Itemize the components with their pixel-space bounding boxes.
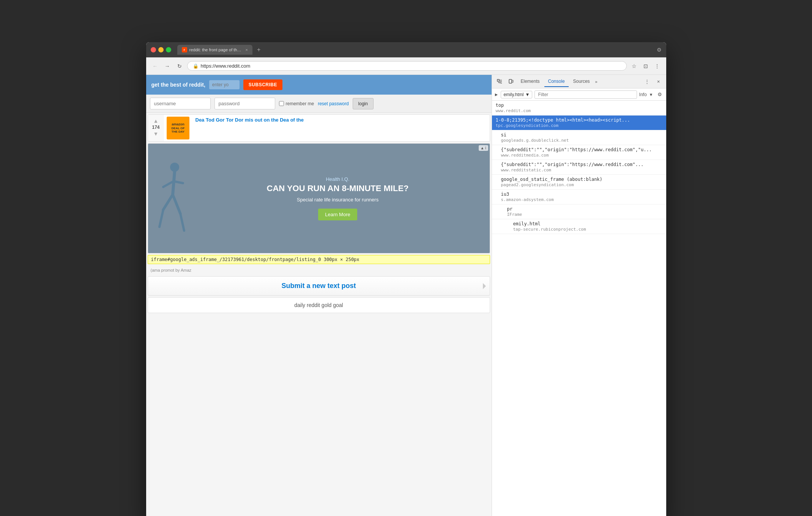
ad-body: Special rate life insurance for runners — [267, 196, 409, 203]
svg-line-2 — [163, 195, 173, 210]
item-sub-pr: IFrame — [507, 212, 662, 217]
item-main-emily: emily.html — [513, 221, 662, 226]
devtools-toolbar: Elements Console Sources » ⋮ × — [492, 75, 666, 89]
devtools-menu-icon[interactable]: ⚙ — [657, 47, 662, 53]
tab-elements[interactable]: Elements — [517, 76, 544, 87]
reset-password-link[interactable]: reset password — [318, 101, 348, 106]
item-sub-text: www.reddit.com — [496, 108, 662, 113]
console-item-emily[interactable]: emily.html tap-secure.rubiconproject.com — [492, 219, 666, 234]
devtools-settings-dots[interactable]: ⋮ — [642, 76, 653, 87]
console-item-iu3[interactable]: iu3 s.amazon-adsystem.com — [492, 190, 666, 204]
thumb-line2: DEAL OF — [172, 127, 185, 130]
console-item-google-osd[interactable]: google_osd_static_frame (about:blank) pa… — [492, 175, 666, 190]
tab-bar: r reddit: the front page of the in × + ⚙ — [177, 45, 662, 55]
iframe-highlight-bar: iframe#google_ads_iframe_/32173961/deskt… — [148, 255, 490, 264]
downvote-icon[interactable]: ▼ — [153, 131, 159, 137]
console-item-selected[interactable]: 1-0-8;21395;<!doctype html><html><head><… — [492, 116, 666, 130]
console-item-top[interactable]: top www.reddit.com — [492, 101, 666, 116]
info-chevron-icon: ▼ — [649, 92, 653, 97]
topbar-text: get the best of reddit, — [151, 82, 205, 88]
item-main-redditmedia: {"subreddit":"","origin":"https://www.re… — [501, 147, 662, 152]
console-filter-bar: ► emily.html ▼ Info ▼ ⚙ — [492, 89, 666, 101]
console-item-si[interactable]: si googleads.g.doubleclick.net — [492, 130, 666, 145]
title-bar: r reddit: the front page of the in × + ⚙ — [146, 42, 666, 57]
login-button[interactable]: login — [353, 98, 374, 109]
bookmark-star-icon[interactable]: ☆ — [630, 62, 639, 71]
svg-line-4 — [173, 195, 180, 214]
tab-close-button[interactable]: × — [246, 47, 248, 52]
ad-content: Health I.Q. CAN YOU RUN AN 8-MINUTE MILE… — [259, 169, 416, 228]
reddit-page: get the best of reddit, SUBSCRIBE rememb… — [146, 75, 492, 516]
ad-learn-button[interactable]: Learn More — [318, 209, 357, 220]
subscribe-button[interactable]: SUBSCRIBE — [243, 79, 282, 90]
minimize-traffic-light[interactable] — [158, 47, 164, 52]
ad-runner-image — [148, 144, 194, 253]
ad-logo: Health I.Q. — [267, 176, 409, 182]
item-sub-si: googleads.g.doubleclick.net — [501, 138, 662, 143]
ad-banner: ▲ i — [148, 143, 490, 253]
more-tabs-button[interactable]: » — [595, 79, 598, 84]
device-toolbar-button[interactable] — [506, 76, 516, 87]
address-text: https://www.reddit.com — [201, 63, 251, 69]
item-main-iu3: iu3 — [501, 192, 662, 197]
thumb-line3: THE DAY — [172, 130, 185, 134]
console-item-redditmedia[interactable]: {"subreddit":"","origin":"https://www.re… — [492, 145, 666, 160]
inspect-element-button[interactable] — [494, 76, 505, 87]
item-sub-iu3: s.amazon-adsystem.com — [501, 197, 662, 202]
amazon-thumbnail: amazon DEAL OF THE DAY — [167, 117, 189, 139]
remember-area: remember me — [279, 101, 314, 106]
maximize-traffic-light[interactable] — [166, 47, 171, 52]
post-item: ▲ 174 ▼ amazon DEAL OF T — [148, 114, 490, 142]
gold-goal: daily reddit gold goal — [148, 297, 490, 313]
devtools-right-actions: ⋮ × — [642, 76, 664, 87]
ad-headline: CAN YOU RUN AN 8-MINUTE MILE? — [267, 184, 409, 193]
post-content: Dea Tod Gor Tor Dor mis out on the Dea o… — [192, 115, 490, 141]
enter-input[interactable] — [209, 80, 240, 89]
traffic-lights — [151, 47, 171, 52]
forward-button[interactable]: → — [163, 62, 172, 71]
item-main-selected: 1-0-8;21395;<!doctype html><html><head><… — [496, 117, 630, 123]
tab-console[interactable]: Console — [544, 76, 569, 87]
close-traffic-light[interactable] — [151, 47, 156, 52]
post-title[interactable]: Dea Tod Gor Tor Dor mis out on the Dea o… — [196, 117, 487, 123]
item-main-redditstatic: {"subreddit":"","origin":"https://www.re… — [501, 162, 662, 167]
upvote-icon[interactable]: ▲ — [153, 118, 159, 124]
tab-sources[interactable]: Sources — [569, 76, 594, 87]
ad-badge: ▲ i — [479, 145, 488, 151]
svg-rect-8 — [497, 79, 499, 81]
item-main-text: top — [496, 103, 504, 108]
thumb-line1: amazon — [172, 122, 185, 127]
vote-column: ▲ 174 ▼ — [148, 115, 164, 141]
active-tab[interactable]: r reddit: the front page of the in × — [177, 45, 252, 55]
back-button[interactable]: ← — [151, 62, 160, 71]
extensions-icon[interactable]: ⊡ — [641, 62, 650, 71]
iframe-selector-text: iframe#google_ads_iframe_/32173961/deskt… — [151, 257, 359, 262]
new-tab-button[interactable]: + — [254, 46, 263, 54]
info-label: Info — [639, 92, 647, 97]
console-chevron-right[interactable]: ► — [494, 92, 499, 97]
item-sub-emily: tap-secure.rubiconproject.com — [513, 227, 662, 232]
remember-label: remember me — [286, 101, 314, 106]
filter-input[interactable] — [535, 90, 637, 99]
console-settings-gear[interactable]: ⚙ — [656, 90, 664, 99]
remember-checkbox[interactable] — [279, 101, 284, 106]
tab-title: reddit: the front page of the in — [189, 47, 243, 52]
svg-line-5 — [180, 214, 184, 231]
username-input[interactable] — [150, 98, 211, 109]
item-sub-selected: tpc.googlesyndication.com — [496, 123, 662, 128]
address-input[interactable]: 🔒 https://www.reddit.com — [187, 61, 627, 71]
tab-favicon: r — [182, 47, 187, 52]
devtools-close-button[interactable]: × — [653, 76, 664, 87]
item-sub-redditstatic: www.redditstatic.com — [501, 168, 662, 173]
reload-button[interactable]: ↻ — [175, 62, 184, 71]
password-input[interactable] — [214, 98, 275, 109]
console-item-pr[interactable]: pr IFrame — [492, 204, 666, 219]
console-item-redditstatic[interactable]: {"subreddit":"","origin":"https://www.re… — [492, 160, 666, 175]
menu-icon[interactable]: ⋮ — [653, 62, 662, 71]
submit-post-button[interactable]: Submit a new text post — [148, 276, 490, 296]
svg-line-3 — [159, 210, 163, 227]
address-actions: ☆ ⊡ ⋮ — [630, 62, 662, 71]
context-selector[interactable]: emily.html ▼ — [501, 91, 532, 98]
lock-icon: 🔒 — [193, 63, 199, 69]
amazon-promo: (ama promot by Amaz — [148, 266, 490, 275]
